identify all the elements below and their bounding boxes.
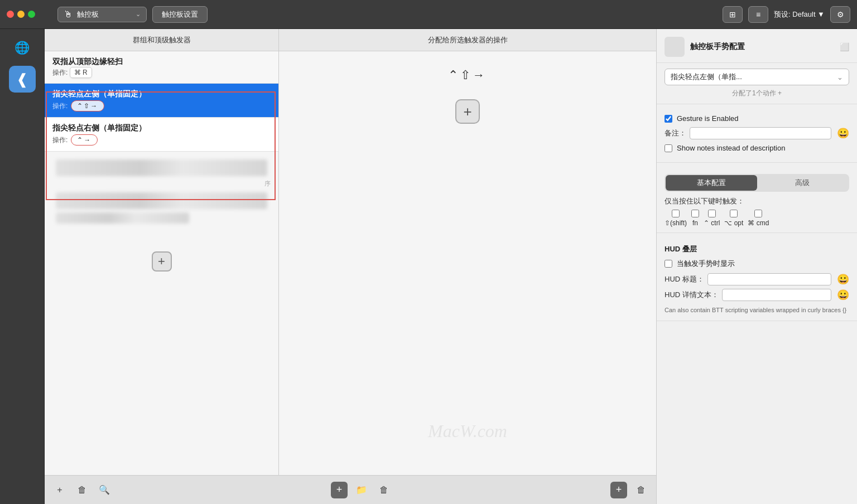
trigger-section-label: 仅当按住以下键时触发：	[665, 196, 849, 206]
gesture-enabled-checkbox[interactable]	[665, 115, 672, 123]
modifier-ctrl-checkbox[interactable]	[708, 210, 716, 217]
action-shortcut-badge: ⌃→	[71, 134, 98, 146]
hud-detail-input[interactable]	[722, 289, 831, 301]
trigger-action: 操作: ⌃⇧→	[52, 100, 271, 112]
traffic-lights	[7, 11, 35, 18]
content-area: 群组和顶级触发器 分配给所选触发器的操作 双指从顶部边缘轻扫 操作: ⌘ R 指…	[45, 29, 656, 504]
trigger-name: 双指从顶部边缘轻扫	[52, 57, 271, 67]
show-notes-checkbox[interactable]	[665, 144, 672, 152]
sidebar-icon-vscode[interactable]: ❰	[9, 66, 36, 93]
modifier-ctrl: ⌃ ctrl	[704, 210, 720, 227]
action-shortcut: ⌘ R	[70, 67, 92, 78]
close-button[interactable]	[7, 11, 14, 18]
hud-section-title: HUD 叠层	[665, 244, 849, 254]
delete-right-button[interactable]: 🗑	[633, 482, 649, 498]
main-layout: 🌐 ❰ 群组和顶级触发器 分配给所选触发器的操作 双指从顶部边缘轻扫 操作: ⌘…	[0, 29, 857, 504]
delete-action-button[interactable]: 🗑	[375, 482, 392, 498]
left-column-header: 群组和顶级触发器	[45, 29, 279, 51]
hud-show-checkbox[interactable]	[665, 260, 672, 268]
hud-show-row: 当触发手势时显示	[665, 259, 849, 269]
modifier-opt: ⌥ opt	[724, 210, 743, 227]
gesture-dropdown[interactable]: 指尖轻点左侧（单指... ⌄	[665, 69, 849, 85]
columns-content: 双指从顶部边缘轻扫 操作: ⌘ R 指尖轻点左侧（单指固定） 操作: ⌃⇧→ 指…	[45, 51, 656, 475]
gear-icon: ⚙	[837, 10, 844, 19]
hud-show-label: 当触发手势时显示	[677, 259, 735, 269]
show-notes-label: Show notes instead of description	[677, 144, 785, 152]
trigger-action: 操作: ⌘ R	[52, 68, 271, 77]
modifier-fn-label: fn	[692, 219, 698, 227]
modifier-fn: fn	[691, 210, 699, 227]
actions-panel: ⌃⇧→ + MacW.com	[279, 51, 656, 475]
hud-title-label: HUD 标题：	[665, 274, 704, 284]
action-shortcut-badge: ⌃⇧→	[71, 100, 104, 112]
folder-button[interactable]: 📁	[353, 482, 370, 498]
minimize-button[interactable]	[17, 11, 25, 18]
search-button[interactable]: 🔍	[96, 482, 113, 498]
menu-icon-button[interactable]: ≡	[748, 6, 768, 23]
grid-icon-button[interactable]: ⊞	[723, 6, 743, 23]
blurred-section: 序	[45, 152, 278, 231]
emoji-button[interactable]: 😀	[837, 127, 849, 139]
add-right-button[interactable]: +	[610, 482, 627, 498]
gear-button[interactable]: ⚙	[830, 6, 850, 23]
config-gesture-section: 指尖轻点左侧（单指... ⌄ 分配了1个动作 +	[657, 63, 857, 104]
modifier-cmd-label: ⌘ cmd	[748, 219, 769, 227]
sidebar: 🌐 ❰	[0, 29, 45, 504]
trigger-action: 操作: ⌃→	[52, 134, 271, 146]
delete-item-button[interactable]: 🗑	[74, 482, 90, 498]
trigger-item[interactable]: 双指从顶部边缘轻扫 操作: ⌘ R	[45, 51, 278, 84]
trigger-item-selected[interactable]: 指尖轻点左侧（单指固定） 操作: ⌃⇧→	[45, 84, 278, 118]
hud-detail-label: HUD 详情文本：	[665, 290, 719, 300]
modifier-cmd-checkbox[interactable]	[754, 210, 762, 217]
sidebar-icon-globe[interactable]: 🌐	[9, 35, 36, 61]
config-header-icon	[665, 37, 685, 57]
add-item-button[interactable]: +	[51, 482, 68, 498]
right-column-header: 分配给所选触发器的操作	[279, 29, 656, 51]
note-label: 备注：	[665, 128, 686, 138]
triggers-panel: 双指从顶部边缘轻扫 操作: ⌘ R 指尖轻点左侧（单指固定） 操作: ⌃⇧→ 指…	[45, 51, 279, 475]
config-tab-row: 基本配置 高级	[665, 174, 849, 192]
device-icon: 🖱	[64, 9, 73, 20]
hud-title-input[interactable]	[707, 273, 831, 285]
config-tabs-section: 基本配置 高级 仅当按住以下键时触发： ⇧(shift) fn ⌃ ctrl	[657, 163, 857, 233]
hud-title-row: HUD 标题： 😀	[665, 273, 849, 285]
modifier-fn-checkbox[interactable]	[691, 210, 699, 217]
trigger-name: 指尖轻点右侧（单指固定）	[52, 123, 271, 133]
maximize-button[interactable]	[28, 11, 35, 18]
hud-detail-emoji-button[interactable]: 😀	[837, 289, 849, 301]
modifier-ctrl-label: ⌃ ctrl	[704, 219, 720, 227]
column-headers: 群组和顶级触发器 分配给所选触发器的操作	[45, 29, 656, 51]
modifier-shift-checkbox[interactable]	[672, 210, 680, 217]
bottom-note: Can also contain BTT scripting variables…	[665, 306, 849, 315]
note-input[interactable]	[690, 127, 831, 139]
gesture-dropdown-label: 指尖轻点左侧（单指...	[671, 72, 742, 82]
tab-basic[interactable]: 基本配置	[666, 175, 757, 191]
add-trigger-button[interactable]: +	[152, 251, 172, 272]
config-panel: 触控板手势配置 ⬜ 指尖轻点左侧（单指... ⌄ 分配了1个动作 + Gestu…	[656, 29, 857, 504]
modifier-cmd: ⌘ cmd	[748, 210, 769, 227]
modifiers-container: ⇧(shift) fn ⌃ ctrl ⌥ opt ⌘ cmd	[665, 210, 849, 227]
show-notes-row: Show notes instead of description	[665, 144, 849, 152]
device-label: 触控板	[77, 9, 99, 20]
add-action-button[interactable]: +	[455, 99, 480, 124]
trigger-item[interactable]: 指尖轻点右侧（单指固定） 操作: ⌃→	[45, 118, 278, 152]
bottom-toolbar: + 🗑 🔍 + 📁 🗑 + 🗑	[45, 475, 656, 504]
tab-advanced[interactable]: 高级	[757, 175, 849, 191]
chevron-down-icon: ⌄	[136, 11, 141, 18]
trigger-name: 指尖轻点左侧（单指固定）	[52, 89, 271, 99]
gesture-enabled-row: Gesture is Enabled	[665, 114, 849, 123]
chevron-down-icon: ⌄	[837, 73, 843, 81]
modifier-opt-checkbox[interactable]	[730, 210, 738, 217]
add-action-bottom-button[interactable]: +	[331, 482, 348, 498]
grid-icon: ⊞	[729, 10, 736, 19]
settings-button[interactable]: 触控板设置	[152, 6, 208, 23]
hud-section: HUD 叠层 当触发手势时显示 HUD 标题： 😀 HUD 详情文本： 😀 Ca…	[657, 233, 857, 321]
titlebar: 🖱 触控板 ⌄ 触控板设置 ⊞ ≡ 预设: Default ▼ ⚙	[0, 0, 857, 29]
assign-count[interactable]: 分配了1个动作 +	[665, 89, 849, 98]
preset-label[interactable]: 预设: Default ▼	[774, 9, 825, 20]
gesture-enabled-label: Gesture is Enabled	[677, 114, 739, 123]
hud-title-emoji-button[interactable]: 😀	[837, 273, 849, 285]
config-maximize-button[interactable]: ⬜	[840, 42, 849, 51]
hud-detail-row: HUD 详情文本： 😀	[665, 289, 849, 301]
device-dropdown[interactable]: 🖱 触控板 ⌄	[57, 7, 147, 22]
